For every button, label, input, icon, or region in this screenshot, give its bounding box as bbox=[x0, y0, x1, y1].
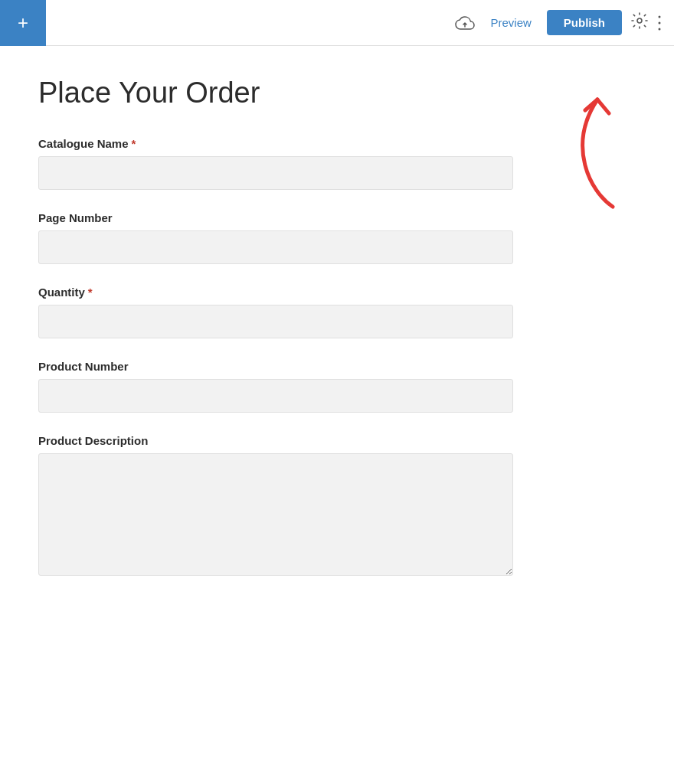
plus-icon: + bbox=[18, 14, 28, 32]
preview-button[interactable]: Preview bbox=[484, 13, 537, 32]
product-description-textarea[interactable] bbox=[38, 453, 513, 576]
svg-point-3 bbox=[659, 28, 661, 30]
quantity-field: Quantity* bbox=[38, 286, 513, 338]
page-number-input[interactable] bbox=[38, 230, 513, 264]
arrow-annotation bbox=[521, 84, 636, 214]
catalogue-name-label: Catalogue Name* bbox=[38, 137, 513, 150]
quantity-input[interactable] bbox=[38, 305, 513, 338]
publish-button[interactable]: Publish bbox=[547, 10, 622, 35]
settings-icon[interactable] bbox=[631, 12, 648, 33]
more-options-icon[interactable] bbox=[657, 15, 662, 31]
cloud-upload-icon[interactable] bbox=[455, 15, 475, 31]
catalogue-name-required: * bbox=[132, 137, 136, 150]
product-number-input[interactable] bbox=[38, 379, 513, 413]
order-form: Catalogue Name* Page Number Quantity* Pr… bbox=[38, 137, 513, 579]
page-number-label: Page Number bbox=[38, 211, 513, 224]
product-number-label: Product Number bbox=[38, 360, 513, 373]
product-number-field: Product Number bbox=[38, 360, 513, 413]
page-number-field: Page Number bbox=[38, 211, 513, 264]
catalogue-name-field: Catalogue Name* bbox=[38, 137, 513, 190]
product-description-field: Product Description bbox=[38, 434, 513, 579]
svg-point-0 bbox=[637, 18, 642, 23]
product-description-label: Product Description bbox=[38, 434, 513, 447]
quantity-required: * bbox=[88, 286, 93, 299]
svg-point-1 bbox=[659, 15, 661, 18]
add-button[interactable]: + bbox=[0, 0, 46, 46]
toolbar: + Preview Publish bbox=[0, 0, 674, 46]
quantity-label: Quantity* bbox=[38, 286, 513, 299]
catalogue-name-input[interactable] bbox=[38, 156, 513, 190]
main-content: Place Your Order Catalogue Name* Page Nu… bbox=[0, 46, 674, 784]
svg-point-2 bbox=[659, 21, 661, 24]
